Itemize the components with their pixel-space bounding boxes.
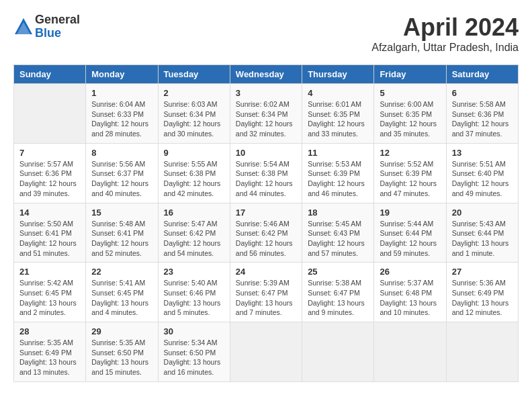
header-cell-wednesday: Wednesday — [230, 65, 302, 84]
day-number: 7 — [19, 148, 80, 158]
day-cell: 13Sunrise: 5:51 AM Sunset: 6:40 PM Dayli… — [446, 143, 518, 203]
day-number: 19 — [380, 208, 440, 218]
day-number: 30 — [164, 326, 224, 336]
day-info: Sunrise: 5:38 AM Sunset: 6:47 PM Dayligh… — [308, 278, 368, 318]
day-cell: 15Sunrise: 5:48 AM Sunset: 6:41 PM Dayli… — [86, 203, 158, 263]
day-cell: 14Sunrise: 5:50 AM Sunset: 6:41 PM Dayli… — [14, 203, 86, 263]
day-number: 23 — [164, 267, 224, 277]
day-number: 20 — [452, 208, 513, 218]
week-row-3: 14Sunrise: 5:50 AM Sunset: 6:41 PM Dayli… — [14, 203, 519, 263]
week-row-4: 21Sunrise: 5:42 AM Sunset: 6:45 PM Dayli… — [14, 263, 519, 322]
day-cell: 12Sunrise: 5:52 AM Sunset: 6:39 PM Dayli… — [374, 143, 446, 203]
header-cell-saturday: Saturday — [446, 65, 518, 84]
day-info: Sunrise: 5:56 AM Sunset: 6:37 PM Dayligh… — [91, 159, 152, 199]
day-info: Sunrise: 5:55 AM Sunset: 6:38 PM Dayligh… — [164, 159, 224, 199]
day-number: 6 — [452, 88, 513, 98]
day-cell: 26Sunrise: 5:37 AM Sunset: 6:48 PM Dayli… — [374, 263, 446, 322]
day-cell: 1Sunrise: 6:04 AM Sunset: 6:33 PM Daylig… — [86, 84, 158, 144]
day-cell: 8Sunrise: 5:56 AM Sunset: 6:37 PM Daylig… — [86, 143, 158, 203]
day-number: 1 — [91, 88, 152, 98]
day-cell — [14, 84, 86, 144]
day-cell: 21Sunrise: 5:42 AM Sunset: 6:45 PM Dayli… — [14, 263, 86, 322]
day-number: 5 — [380, 88, 440, 98]
page-header: General Blue April 2024 Afzalgarh, Uttar… — [13, 13, 519, 54]
day-cell: 28Sunrise: 5:35 AM Sunset: 6:49 PM Dayli… — [14, 322, 86, 382]
day-info: Sunrise: 5:43 AM Sunset: 6:44 PM Dayligh… — [452, 219, 513, 259]
day-info: Sunrise: 6:02 AM Sunset: 6:34 PM Dayligh… — [236, 99, 296, 139]
logo-text: General Blue — [35, 13, 80, 40]
day-info: Sunrise: 5:50 AM Sunset: 6:41 PM Dayligh… — [19, 219, 80, 259]
day-number: 9 — [164, 148, 224, 158]
day-info: Sunrise: 5:35 AM Sunset: 6:49 PM Dayligh… — [19, 338, 80, 377]
day-number: 15 — [91, 208, 152, 218]
day-cell: 16Sunrise: 5:47 AM Sunset: 6:42 PM Dayli… — [158, 203, 230, 263]
title-block: April 2024 Afzalgarh, Uttar Pradesh, Ind… — [371, 13, 519, 54]
header-cell-tuesday: Tuesday — [158, 65, 230, 84]
day-number: 18 — [308, 208, 368, 218]
day-cell: 20Sunrise: 5:43 AM Sunset: 6:44 PM Dayli… — [446, 203, 518, 263]
day-number: 12 — [380, 148, 440, 158]
day-info: Sunrise: 5:44 AM Sunset: 6:44 PM Dayligh… — [380, 219, 440, 259]
day-info: Sunrise: 5:40 AM Sunset: 6:46 PM Dayligh… — [164, 278, 224, 318]
day-number: 4 — [308, 88, 368, 98]
day-number: 17 — [236, 208, 296, 218]
day-info: Sunrise: 6:03 AM Sunset: 6:34 PM Dayligh… — [164, 99, 224, 139]
day-cell: 5Sunrise: 6:00 AM Sunset: 6:35 PM Daylig… — [374, 84, 446, 144]
day-cell: 4Sunrise: 6:01 AM Sunset: 6:35 PM Daylig… — [302, 84, 374, 144]
day-cell: 27Sunrise: 5:36 AM Sunset: 6:49 PM Dayli… — [446, 263, 518, 322]
day-cell — [230, 322, 302, 382]
day-info: Sunrise: 5:41 AM Sunset: 6:45 PM Dayligh… — [91, 278, 152, 318]
day-number: 29 — [91, 326, 152, 336]
logo-general: General — [35, 13, 80, 27]
day-info: Sunrise: 5:47 AM Sunset: 6:42 PM Dayligh… — [164, 219, 224, 259]
day-number: 27 — [452, 267, 513, 277]
day-info: Sunrise: 5:35 AM Sunset: 6:50 PM Dayligh… — [91, 338, 152, 377]
day-info: Sunrise: 6:00 AM Sunset: 6:35 PM Dayligh… — [380, 99, 440, 139]
week-row-1: 1Sunrise: 6:04 AM Sunset: 6:33 PM Daylig… — [14, 84, 519, 144]
day-number: 16 — [164, 208, 224, 218]
day-cell: 7Sunrise: 5:57 AM Sunset: 6:36 PM Daylig… — [14, 143, 86, 203]
day-number: 22 — [91, 267, 152, 277]
day-number: 21 — [19, 267, 80, 277]
day-cell — [302, 322, 374, 382]
day-cell: 25Sunrise: 5:38 AM Sunset: 6:47 PM Dayli… — [302, 263, 374, 322]
day-cell: 19Sunrise: 5:44 AM Sunset: 6:44 PM Dayli… — [374, 203, 446, 263]
day-number: 8 — [91, 148, 152, 158]
day-number: 11 — [308, 148, 368, 158]
day-number: 14 — [19, 208, 80, 218]
day-cell: 9Sunrise: 5:55 AM Sunset: 6:38 PM Daylig… — [158, 143, 230, 203]
header-cell-sunday: Sunday — [14, 65, 86, 84]
day-info: Sunrise: 5:36 AM Sunset: 6:49 PM Dayligh… — [452, 278, 513, 318]
day-info: Sunrise: 5:34 AM Sunset: 6:50 PM Dayligh… — [164, 338, 224, 377]
header-row: SundayMondayTuesdayWednesdayThursdayFrid… — [14, 65, 519, 84]
day-info: Sunrise: 5:46 AM Sunset: 6:42 PM Dayligh… — [236, 219, 296, 259]
week-row-5: 28Sunrise: 5:35 AM Sunset: 6:49 PM Dayli… — [14, 322, 519, 382]
week-row-2: 7Sunrise: 5:57 AM Sunset: 6:36 PM Daylig… — [14, 143, 519, 203]
day-cell: 18Sunrise: 5:45 AM Sunset: 6:43 PM Dayli… — [302, 203, 374, 263]
day-number: 26 — [380, 267, 440, 277]
day-info: Sunrise: 5:51 AM Sunset: 6:40 PM Dayligh… — [452, 159, 513, 199]
day-info: Sunrise: 5:48 AM Sunset: 6:41 PM Dayligh… — [91, 219, 152, 259]
day-number: 24 — [236, 267, 296, 277]
day-info: Sunrise: 5:45 AM Sunset: 6:43 PM Dayligh… — [308, 219, 368, 259]
header-cell-monday: Monday — [86, 65, 158, 84]
day-info: Sunrise: 5:37 AM Sunset: 6:48 PM Dayligh… — [380, 278, 440, 318]
day-number: 2 — [164, 88, 224, 98]
day-info: Sunrise: 5:58 AM Sunset: 6:36 PM Dayligh… — [452, 99, 513, 139]
day-number: 10 — [236, 148, 296, 158]
location-title: Afzalgarh, Uttar Pradesh, India — [371, 42, 519, 54]
day-cell — [446, 322, 518, 382]
logo-icon — [13, 17, 34, 37]
day-cell: 3Sunrise: 6:02 AM Sunset: 6:34 PM Daylig… — [230, 84, 302, 144]
day-info: Sunrise: 5:54 AM Sunset: 6:38 PM Dayligh… — [236, 159, 296, 199]
header-cell-friday: Friday — [374, 65, 446, 84]
day-info: Sunrise: 5:57 AM Sunset: 6:36 PM Dayligh… — [19, 159, 80, 199]
day-number: 25 — [308, 267, 368, 277]
logo-blue: Blue — [35, 27, 80, 40]
day-cell — [374, 322, 446, 382]
day-info: Sunrise: 5:39 AM Sunset: 6:47 PM Dayligh… — [236, 278, 296, 318]
day-info: Sunrise: 6:04 AM Sunset: 6:33 PM Dayligh… — [91, 99, 152, 139]
day-number: 13 — [452, 148, 513, 158]
day-cell: 6Sunrise: 5:58 AM Sunset: 6:36 PM Daylig… — [446, 84, 518, 144]
calendar-table: SundayMondayTuesdayWednesdayThursdayFrid… — [13, 64, 519, 382]
